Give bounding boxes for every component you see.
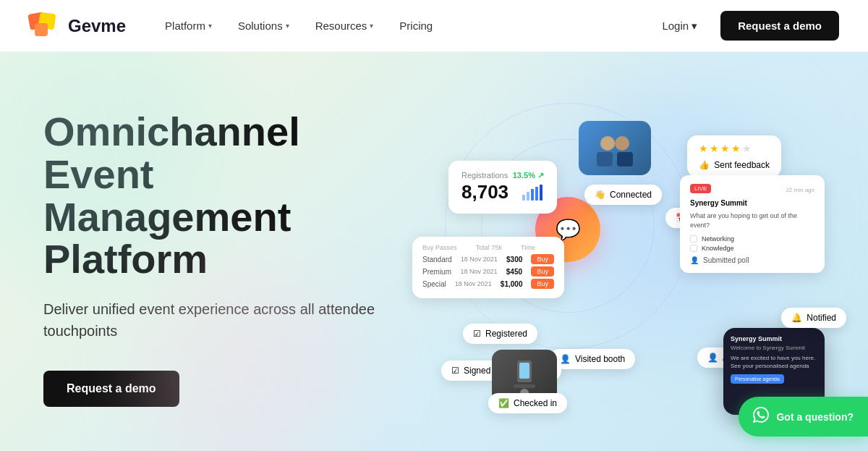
sent-feedback-label: Sent feedback [714, 160, 770, 170]
poll-card: LIVE 22 min ago Synergy Summit What are … [680, 175, 825, 273]
ticket-row: Premium 18 Nov 2021 $450 Buy [422, 266, 554, 277]
nav-right: Login ▾ Request a demo [650, 11, 839, 41]
connected-icon: 👋 [595, 190, 605, 200]
checked-in-badge: ✅ Checked in [488, 393, 567, 413]
phone-cta[interactable]: Personalise agenda [731, 374, 784, 384]
chevron-down-icon: ▾ [208, 22, 212, 30]
ticket-card: Buy Passes Total 75k Time Standard 18 No… [412, 237, 564, 298]
ticket-buy-button[interactable]: Buy [531, 279, 554, 289]
svg-point-6 [615, 136, 629, 151]
checkmark-icon: ✅ [498, 398, 509, 408]
nav-platform[interactable]: Platform ▾ [155, 14, 222, 38]
hero-title: Omnichannel Event Management Platform [43, 111, 376, 281]
svg-rect-0 [522, 195, 525, 201]
logo-icon [29, 10, 61, 42]
star-rating: ★ ★ ★ ★ ★ [699, 143, 770, 154]
booth-icon: 👤 [560, 354, 571, 364]
whatsapp-icon [753, 407, 769, 426]
phone-body: We are excited to have you here. See you… [731, 354, 817, 370]
ticket-header: Buy Passes Total 75k Time [422, 244, 554, 251]
bell-icon: 🔔 [791, 313, 802, 323]
svg-rect-4 [540, 185, 542, 201]
poll-title: Synergy Summit [690, 199, 814, 207]
thumbs-up-icon: 👍 [699, 160, 710, 170]
nav-resources[interactable]: Resources ▾ [305, 14, 384, 38]
poll-option-2: Knowledge [690, 245, 814, 252]
star-icon: ★ [720, 143, 730, 154]
poll-status-badge: LIVE [690, 184, 711, 193]
poll-option-1: Networking [690, 235, 814, 243]
svg-rect-1 [527, 192, 529, 201]
chevron-down-icon: ▾ [692, 20, 697, 33]
hero-illustration: 💬 Registrations 8,703 13.5% ↗ [405, 52, 868, 451]
whatsapp-label: Got a question? [776, 411, 854, 423]
stars-card: ★ ★ ★ ★ ★ 👍 Sent feedback [687, 135, 781, 177]
connected-badge: 👋 Connected [584, 185, 662, 205]
registrations-growth: 13.5% ↗ [513, 171, 544, 180]
registered-badge: ☑ Registered [463, 324, 537, 344]
chevron-down-icon: ▾ [286, 22, 289, 30]
svg-rect-8 [617, 152, 633, 167]
poll-time: 22 min ago [786, 187, 814, 193]
hero-left: Omnichannel Event Management Platform De… [0, 52, 405, 451]
request-demo-nav-button[interactable]: Request a demo [720, 11, 839, 41]
svg-rect-7 [597, 152, 613, 167]
visited-booth-badge: 👤 Visited booth [550, 349, 635, 369]
check-icon: ☑ [451, 366, 459, 376]
check-icon: ☑ [473, 329, 481, 339]
whatsapp-button[interactable]: Got a question? [739, 397, 868, 437]
nav-links: Platform ▾ Solutions ▾ Resources ▾ Prici… [155, 14, 650, 38]
user-icon: 👤 [690, 256, 699, 264]
request-demo-hero-button[interactable]: Request a demo [43, 371, 179, 407]
submitted-poll-label: Submitted poll [703, 256, 749, 264]
navbar: Gevme Platform ▾ Solutions ▾ Resources ▾… [0, 0, 868, 52]
chevron-down-icon: ▾ [370, 22, 373, 30]
svg-point-5 [600, 136, 615, 151]
hero-section: Omnichannel Event Management Platform De… [0, 52, 868, 451]
registrations-card: Registrations 8,703 13.5% ↗ [448, 161, 557, 214]
star-icon: ★ [731, 143, 741, 154]
poll-question: What are you hoping to get out of the ev… [690, 211, 814, 229]
ticket-buy-button[interactable]: Buy [531, 254, 554, 264]
svg-rect-3 [535, 187, 538, 201]
phone-subtitle: Welcome to Synergy Summit [731, 345, 817, 351]
star-empty-icon: ★ [742, 143, 752, 154]
hero-subtitle: Deliver unified event experience across … [43, 298, 376, 342]
nav-pricing[interactable]: Pricing [389, 14, 443, 38]
ticket-row: Special 18 Nov 2021 $1,000 Buy [422, 279, 554, 289]
ticket-buy-button[interactable]: Buy [531, 266, 554, 277]
ticket-row: Standard 18 Nov 2021 $300 Buy [422, 254, 554, 264]
registrations-label: Registrations [461, 171, 509, 180]
registrations-count: 8,703 [461, 181, 509, 203]
svg-rect-2 [531, 189, 534, 201]
meeting-photo [579, 121, 651, 175]
login-button[interactable]: Login ▾ [650, 14, 709, 38]
star-icon: ★ [699, 143, 708, 154]
notified-badge: 🔔 Notified [781, 308, 846, 328]
logo[interactable]: Gevme [29, 10, 126, 42]
brand-name: Gevme [68, 16, 126, 36]
phone-title: Synergy Summit [731, 335, 817, 342]
nav-solutions[interactable]: Solutions ▾ [228, 14, 299, 38]
svg-rect-10 [519, 363, 529, 379]
svg-rect-11 [514, 384, 535, 388]
star-icon: ★ [710, 143, 719, 154]
user-icon: 👤 [707, 353, 718, 363]
